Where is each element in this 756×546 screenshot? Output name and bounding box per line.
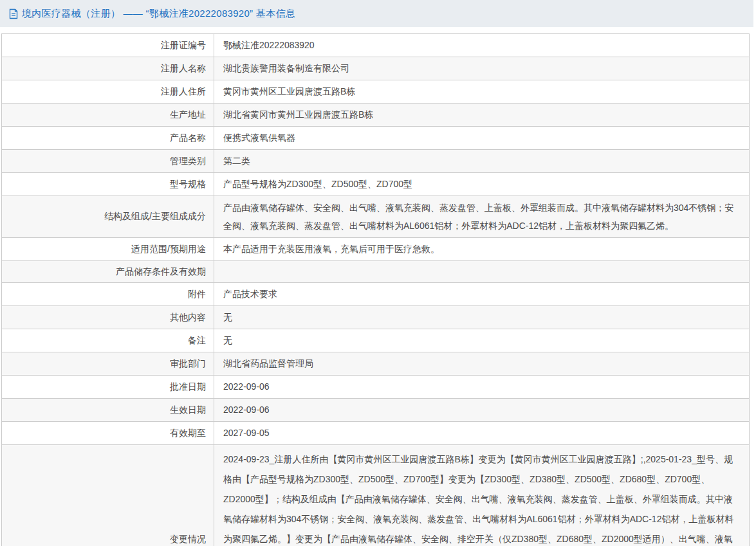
row-label: 变更情况: [2, 445, 214, 546]
row-label: 其他内容: [2, 306, 214, 329]
table-row-change-history: 变更情况 2024-09-23_注册人住所由【黄冈市黄州区工业园唐渡五路B栋】变…: [2, 445, 749, 546]
table-row-structure-composition: 结构及组成/主要组成成分 产品由液氧储存罐体、安全阀、出气嘴、液氧充装阀、蒸发盘…: [2, 196, 749, 238]
row-value: 2022-09-06: [214, 376, 749, 398]
table-row-registrant-name: 注册人名称 湖北贵族警用装备制造有限公司: [2, 57, 749, 80]
row-value: 无: [214, 306, 749, 329]
table-row-effective-date: 生效日期 2022-09-06: [2, 399, 749, 422]
table-row-model-spec: 型号规格 产品型号规格为ZD300型、ZD500型、ZD700型: [2, 173, 749, 196]
table-row-approval-date: 批准日期 2022-09-06: [2, 376, 749, 399]
row-value: 无: [214, 329, 749, 352]
row-label: 审批部门: [2, 352, 214, 375]
row-label: 结构及组成/主要组成成分: [2, 196, 214, 237]
table-row-management-category: 管理类别 第二类: [2, 150, 749, 173]
row-value: 2027-09-05: [214, 422, 749, 444]
row-value: 2024-09-23_注册人住所由【黄冈市黄州区工业园唐渡五路B栋】变更为【黄冈…: [214, 445, 749, 546]
table-row-attachment: 附件 产品技术要求: [2, 283, 749, 306]
row-label: 有效期至: [2, 422, 214, 444]
table-row-remarks: 备注 无: [2, 329, 749, 352]
row-value: 产品型号规格为ZD300型、ZD500型、ZD700型: [214, 173, 749, 196]
row-value: 黄冈市黄州区工业园唐渡五路B栋: [214, 80, 749, 103]
registration-info-table: 注册证编号 鄂械注准20222083920 注册人名称 湖北贵族警用装备制造有限…: [1, 33, 750, 546]
row-label: 附件: [2, 283, 214, 305]
row-value: 第二类: [214, 150, 749, 172]
row-value: 2022-09-06: [214, 399, 749, 421]
document-icon: [8, 8, 19, 19]
row-value: 本产品适用于充装医用液氧，充氧后可用于医疗急救。: [214, 238, 749, 260]
page-title: 境内医疗器械（注册） —— “鄂械注准20222083920” 基本信息: [22, 8, 295, 20]
row-value: 湖北省黄冈市黄州工业园唐渡五路B栋: [214, 104, 749, 126]
row-label: 注册人住所: [2, 80, 214, 103]
row-label: 备注: [2, 329, 214, 352]
table-row-approval-department: 审批部门 湖北省药品监督管理局: [2, 352, 749, 376]
table-row-product-name: 产品名称 便携式液氧供氧器: [2, 127, 749, 150]
row-label: 产品名称: [2, 127, 214, 149]
row-value: 产品技术要求: [214, 283, 749, 305]
row-label: 生产地址: [2, 104, 214, 126]
table-row-certificate-number: 注册证编号 鄂械注准20222083920: [2, 34, 749, 57]
row-label: 注册人名称: [2, 57, 214, 80]
row-value: 鄂械注准20222083920: [214, 34, 749, 57]
row-label: 注册证编号: [2, 34, 214, 57]
row-value: 产品由液氧储存罐体、安全阀、出气嘴、液氧充装阀、蒸发盘管、上盖板、外罩组装而成。…: [214, 196, 749, 237]
table-row-storage-conditions: 产品储存条件及有效期: [2, 261, 749, 283]
row-label: 生效日期: [2, 399, 214, 421]
row-label: 适用范围/预期用途: [2, 238, 214, 260]
row-value: 便携式液氧供氧器: [214, 127, 749, 149]
row-value: 湖北省药品监督管理局: [214, 352, 749, 375]
table-row-production-address: 生产地址 湖北省黄冈市黄州工业园唐渡五路B栋: [2, 104, 749, 127]
row-label: 批准日期: [2, 376, 214, 398]
registration-detail-page: 境内医疗器械（注册） —— “鄂械注准20222083920” 基本信息 注册证…: [0, 0, 756, 546]
table-row-expiry-date: 有效期至 2027-09-05: [2, 422, 749, 445]
table-row-intended-use: 适用范围/预期用途 本产品适用于充装医用液氧，充氧后可用于医疗急救。: [2, 238, 749, 261]
row-value: [214, 261, 749, 282]
table-row-registrant-address: 注册人住所 黄冈市黄州区工业园唐渡五路B栋: [2, 80, 749, 104]
row-label: 产品储存条件及有效期: [2, 261, 214, 282]
row-label: 型号规格: [2, 173, 214, 196]
page-header-bar: 境内医疗器械（注册） —— “鄂械注准20222083920” 基本信息: [0, 0, 753, 27]
table-row-other-content: 其他内容 无: [2, 306, 749, 329]
row-label: 管理类别: [2, 150, 214, 172]
row-value: 湖北贵族警用装备制造有限公司: [214, 57, 749, 80]
